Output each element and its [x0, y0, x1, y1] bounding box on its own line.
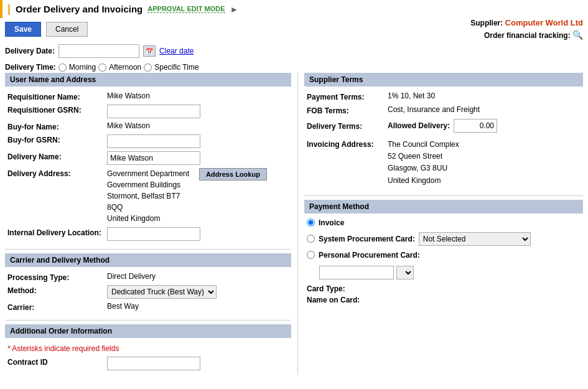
method-label: Method:	[7, 285, 107, 295]
specific-time-label: Specific Time	[154, 63, 198, 72]
delivery-address-label: Delivery Address:	[7, 168, 107, 178]
delivery-date-label: Delivery Date:	[5, 47, 55, 55]
personal-card-input[interactable]	[319, 266, 394, 279]
delivery-address-block: Government Department Government Buildin…	[107, 168, 189, 224]
allowed-delivery-label: Allowed Delivery:	[388, 121, 450, 130]
carrier-value: Best Way	[107, 302, 289, 311]
supplier-terms-header: Supplier Terms	[304, 73, 583, 87]
user-address-header: User Name and Address	[5, 73, 291, 87]
supplier-name: Computer World Ltd	[505, 18, 583, 27]
cancel-button[interactable]: Cancel	[46, 22, 88, 37]
personal-card-radio[interactable]	[307, 251, 315, 259]
delivery-date-input[interactable]	[58, 44, 139, 58]
carrier-label: Carrier:	[7, 302, 107, 312]
card-type-label: Card Type:	[307, 284, 345, 293]
supplier-info: Supplier: Computer World Ltd Order finan…	[470, 18, 583, 40]
additional-header: Additional Order Information	[5, 324, 291, 338]
invoice-radio[interactable]	[307, 218, 315, 227]
payment-terms-value: 1% 10, Net 30	[388, 91, 581, 100]
asterisk-note: * Asterisks indicate required fields	[5, 343, 291, 354]
contract-id-label: Contract ID	[7, 357, 107, 367]
calendar-icon[interactable]: 📅	[143, 45, 156, 57]
fob-terms-label: FOB Terms:	[307, 105, 388, 115]
tracking-icon: 🔍	[572, 30, 583, 40]
req-gsrn-label: Requisitioner GSRN:	[7, 105, 107, 115]
clear-date-link[interactable]: Clear date	[159, 47, 194, 55]
name-on-card-label: Name on Card:	[307, 296, 360, 304]
address-lookup-button[interactable]: Address Lookup	[199, 168, 267, 180]
req-name-label: Requisitioner Name:	[7, 91, 107, 101]
method-select[interactable]: Dedicated Truck (Best Way)	[107, 285, 217, 299]
processing-type-value: Direct Delivery	[107, 272, 289, 281]
buy-for-name-value: Mike Watson	[107, 121, 289, 130]
morning-label: Morning	[69, 63, 96, 72]
invoicing-address-label: Invoicing Address:	[307, 139, 388, 149]
internal-delivery-input[interactable]	[107, 227, 200, 241]
buy-for-gsrn-label: Buy-for GSRN:	[7, 134, 107, 144]
contract-id-input[interactable]	[107, 357, 200, 370]
morning-radio[interactable]	[58, 63, 67, 72]
req-name-value: Mike Watson	[107, 91, 289, 100]
delivery-time-label: Delivery Time:	[5, 63, 56, 72]
page-title: Order Delivery and Invoicing	[16, 4, 142, 14]
tracking-label: Order financial tracking:	[484, 31, 571, 40]
specific-time-radio[interactable]	[144, 63, 152, 72]
supplier-label: Supplier:	[470, 19, 503, 27]
invoicing-address-block: The Council Complex 52 Queen Street Glas…	[388, 139, 459, 187]
save-button[interactable]: Save	[5, 22, 41, 37]
processing-type-label: Processing Type:	[7, 272, 107, 282]
personal-card-label: Personal Procurement Card:	[319, 251, 420, 260]
buy-for-gsrn-input[interactable]	[107, 134, 200, 148]
afternoon-radio[interactable]	[98, 63, 106, 72]
buy-for-name-label: Buy-for Name:	[7, 121, 107, 131]
invoice-label: Invoice	[319, 218, 344, 227]
system-card-radio[interactable]	[307, 235, 315, 243]
delivery-terms-label: Delivery Terms:	[307, 121, 388, 131]
payment-terms-label: Payment Terms:	[307, 91, 388, 101]
internal-delivery-label: Internal Delivery Location:	[7, 227, 107, 237]
approval-badge: APPROVAL EDIT MODE	[147, 5, 225, 13]
arrow-icon: ►	[230, 4, 239, 14]
delivery-name-label: Delivery Name:	[7, 151, 107, 161]
payment-method-header: Payment Method	[304, 200, 583, 213]
delivery-name-input[interactable]	[107, 151, 200, 165]
fob-terms-value: Cost, Insurance and Freight	[388, 105, 581, 114]
req-gsrn-input[interactable]	[107, 105, 200, 118]
afternoon-label: Afternoon	[109, 63, 141, 72]
personal-card-select[interactable]	[396, 266, 414, 279]
carrier-header: Carrier and Delivery Method	[5, 253, 291, 267]
allowed-delivery-input[interactable]	[454, 119, 497, 133]
system-card-label: System Procurement Card:	[319, 235, 415, 243]
system-card-select[interactable]: Not Selected	[419, 232, 531, 246]
